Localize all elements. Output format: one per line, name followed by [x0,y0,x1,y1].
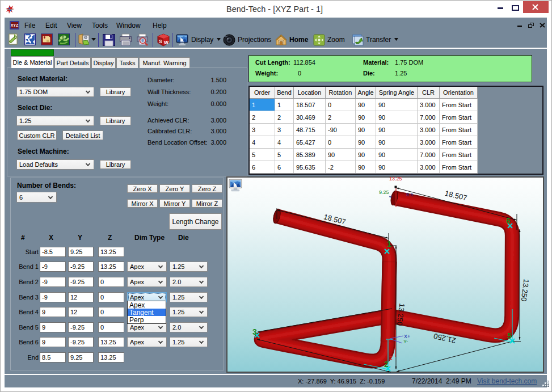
svg-text:Z: Z [389,355,393,361]
svg-text:9.25: 9.25 [379,189,389,195]
svg-text:S: S [159,39,162,44]
svg-text:W: W [164,40,169,45]
svg-text:13.25: 13.25 [389,176,402,182]
svg-text:5: 5 [507,331,512,340]
svg-text:8.5: 8.5 [406,192,414,197]
svg-text:2: 2 [384,360,389,369]
svg-text:6: 6 [506,216,511,225]
svg-text:$: $ [62,36,64,40]
svg-text:1: 1 [387,239,391,248]
svg-text:Y-: Y- [403,339,408,344]
svg-text:3: 3 [252,327,257,336]
